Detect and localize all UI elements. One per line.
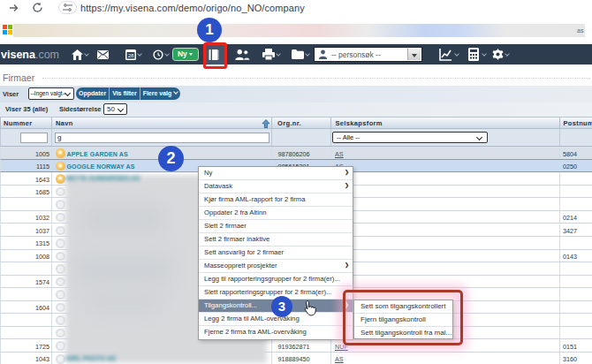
- svg-text:28: 28: [128, 53, 134, 58]
